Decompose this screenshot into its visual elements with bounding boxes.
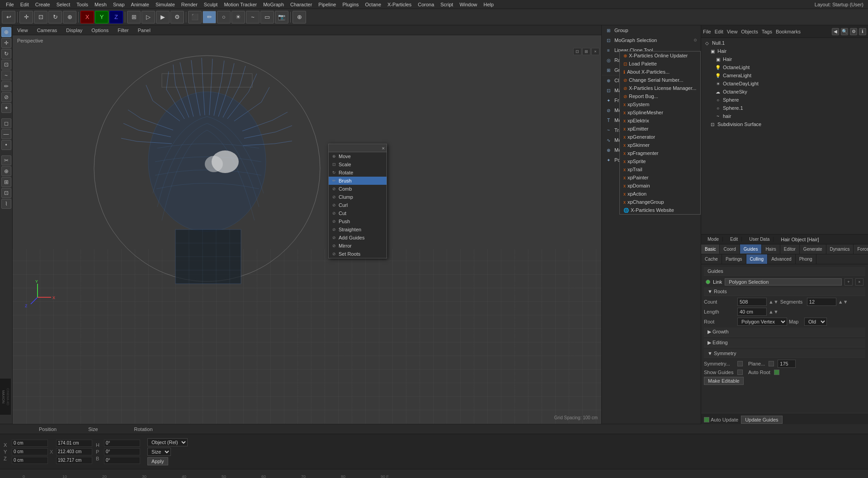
segments-input[interactable] bbox=[807, 298, 836, 306]
cam-btn[interactable]: 📷 bbox=[275, 11, 288, 23]
sm-item-cameralight[interactable]: 💡CameraLight bbox=[702, 71, 867, 80]
xp-item-x-particles-website[interactable]: 🌐X-Particles Website bbox=[620, 206, 700, 214]
brush-btn[interactable]: ✏ bbox=[203, 11, 216, 23]
rot-p[interactable] bbox=[104, 448, 140, 455]
menu-item-pipeline[interactable]: Pipeline bbox=[315, 1, 339, 8]
hp-subtab-advanced[interactable]: Advanced bbox=[768, 254, 795, 264]
xp-item-xpsprite[interactable]: xxpSprite bbox=[620, 157, 700, 165]
left-tool-spline[interactable]: ~ bbox=[1, 70, 11, 80]
axis-x[interactable]: X bbox=[80, 11, 94, 23]
left-tool-hair[interactable]: ⌇ bbox=[1, 199, 11, 209]
ctx-item-cut[interactable]: ⊘Cut bbox=[329, 209, 387, 217]
xp-item-xpdomain[interactable]: xxpDomain bbox=[620, 182, 700, 190]
hp-tab-editor[interactable]: Editor bbox=[780, 244, 800, 254]
count-input[interactable] bbox=[737, 298, 767, 306]
undo-btn[interactable]: ↩ bbox=[2, 11, 15, 23]
menu-item-render[interactable]: Render bbox=[178, 1, 201, 8]
viewport-fullscreen[interactable]: ⊞ bbox=[582, 48, 590, 55]
viewport-nav-cameras[interactable]: Cameras bbox=[35, 27, 59, 34]
sm-nav-tags[interactable]: Tags bbox=[762, 29, 772, 34]
menu-item-corona[interactable]: Corona bbox=[415, 1, 437, 8]
menu-item-script[interactable]: Script bbox=[437, 1, 456, 8]
left-tool-point[interactable]: • bbox=[1, 140, 11, 150]
xp-item-xpaction[interactable]: xxpAction bbox=[620, 190, 700, 198]
context-menu-close[interactable]: × bbox=[382, 145, 385, 151]
menu-item-help[interactable]: Help bbox=[481, 1, 497, 8]
cube-btn[interactable]: ⬛ bbox=[188, 11, 202, 23]
mograph-selection[interactable]: ⊡ MoGraph Selection ⚙ bbox=[602, 35, 701, 45]
hp-tab-basic[interactable]: Basic bbox=[701, 244, 720, 254]
hp-subtab-phong[interactable]: Phong bbox=[796, 254, 816, 264]
ctx-item-scale[interactable]: ⊡Scale bbox=[329, 160, 387, 169]
left-tool-scale[interactable]: ⊡ bbox=[1, 60, 11, 70]
left-tool-edge[interactable]: — bbox=[1, 129, 11, 139]
sphere-btn[interactable]: ○ bbox=[217, 11, 231, 23]
update-guides-btn[interactable]: Update Guides bbox=[741, 416, 782, 424]
sm-item-hair[interactable]: ▣Hair bbox=[702, 47, 867, 55]
light-btn[interactable]: ☀ bbox=[231, 11, 245, 23]
left-tool-move[interactable]: ✛ bbox=[1, 38, 11, 48]
xp-item-xpsplinemesher[interactable]: xxpSplineMesher bbox=[620, 108, 700, 117]
xp-item-load-palette[interactable]: ⊡Load Palette bbox=[620, 60, 700, 68]
viewport-nav-display[interactable]: Display bbox=[64, 27, 84, 34]
menu-item-select[interactable]: Select bbox=[53, 1, 74, 8]
menu-item-sculpt[interactable]: Sculpt bbox=[201, 1, 221, 8]
ctx-item-set-roots[interactable]: ⊘Set Roots bbox=[329, 250, 387, 258]
menu-item-simulate[interactable]: Simulate bbox=[152, 1, 178, 8]
xp-item-xpskinner[interactable]: xxpSkinner bbox=[620, 141, 700, 149]
sm-item-octanedaylight[interactable]: ☀OctaneDayLight bbox=[702, 80, 867, 88]
sm-nav-bookmarks[interactable]: Bookmarks bbox=[776, 29, 801, 34]
hp-tab-coord[interactable]: Coord bbox=[720, 244, 740, 254]
sm-nav-file[interactable]: File bbox=[703, 29, 711, 34]
rot-b[interactable] bbox=[104, 457, 140, 464]
ctx-item-curl[interactable]: ⊘Curl bbox=[329, 201, 387, 209]
length-input[interactable] bbox=[737, 308, 767, 316]
menu-item-x-particles[interactable]: X-Particles bbox=[384, 1, 415, 8]
xp-item-about-x-particles-[interactable]: ℹAbout X-Particles... bbox=[620, 68, 700, 76]
render-settings-btn[interactable]: ⚙ bbox=[170, 11, 184, 23]
xp-item-change-serial-number-[interactable]: ⊘Change Serial Number... bbox=[620, 76, 700, 84]
size-y[interactable] bbox=[56, 448, 92, 455]
sm-nav-edit[interactable]: Edit bbox=[715, 29, 723, 34]
map-dropdown[interactable]: Old bbox=[804, 318, 827, 326]
menu-item-mograph[interactable]: MoGraph bbox=[260, 1, 287, 8]
ctx-item-move[interactable]: ⊕Move bbox=[329, 152, 387, 160]
sm-item-sphere-1[interactable]: ○Sphere.1 bbox=[702, 104, 867, 112]
xp-item-xpfragmenter[interactable]: xxpFragmenter bbox=[620, 149, 700, 157]
pos-y[interactable] bbox=[12, 448, 48, 455]
hp-tab-dynamics[interactable]: Dynamics bbox=[826, 244, 854, 254]
tool-rotate[interactable]: ↻ bbox=[48, 11, 62, 23]
ctx-item-straighten[interactable]: ⊘Straighten bbox=[329, 225, 387, 234]
left-tool-snap[interactable]: ⊡ bbox=[1, 188, 11, 198]
menu-item-character[interactable]: Character bbox=[287, 1, 315, 8]
hp-tab-forces[interactable]: Forces bbox=[854, 244, 868, 254]
size-mode-dropdown[interactable]: Size bbox=[147, 448, 171, 456]
xp-item-xpsystem[interactable]: xxpSystem bbox=[620, 100, 700, 108]
menu-item-mesh[interactable]: Mesh bbox=[91, 1, 110, 8]
left-tool-grid[interactable]: ⊞ bbox=[1, 177, 11, 187]
tool-scale[interactable]: ⊡ bbox=[34, 11, 47, 23]
sm-nav-left[interactable]: ◀ bbox=[832, 28, 839, 35]
curve-btn[interactable]: ~ bbox=[246, 11, 259, 23]
rot-h[interactable] bbox=[104, 440, 140, 447]
viewport-nav-panel[interactable]: Panel bbox=[136, 27, 152, 34]
plane-checkbox[interactable] bbox=[769, 361, 774, 366]
make-editable-btn[interactable]: Make Editable bbox=[704, 377, 744, 385]
sm-item-octanelight[interactable]: 💡OctaneLight bbox=[702, 63, 867, 71]
xp-item-xpgenerator[interactable]: xxpGenerator bbox=[620, 133, 700, 141]
root-dropdown[interactable]: Polygon Vertex bbox=[737, 318, 787, 326]
ctx-item-mirror[interactable]: ⊘Mirror bbox=[329, 242, 387, 250]
hp-tab-generate[interactable]: Generate bbox=[800, 244, 826, 254]
sm-nav-search[interactable]: 🔍 bbox=[841, 28, 848, 35]
ctx-item-push[interactable]: ⊘Push bbox=[329, 217, 387, 225]
hp-subtab-partings[interactable]: Partings bbox=[722, 254, 746, 264]
ctx-item-add-guides[interactable]: ⊘Add Guides bbox=[329, 234, 387, 242]
axis-z[interactable]: Z bbox=[109, 11, 123, 23]
show-guides-checkbox[interactable] bbox=[737, 370, 743, 375]
left-tool-edit[interactable]: ✦ bbox=[1, 103, 11, 113]
menu-item-octane[interactable]: Octane bbox=[362, 1, 384, 8]
menu-item-animate[interactable]: Animate bbox=[128, 1, 152, 8]
xp-item-xppainter[interactable]: xxpPainter bbox=[620, 173, 700, 182]
size-z[interactable] bbox=[56, 457, 92, 464]
ctx-item-rotate[interactable]: ↻Rotate bbox=[329, 169, 387, 177]
